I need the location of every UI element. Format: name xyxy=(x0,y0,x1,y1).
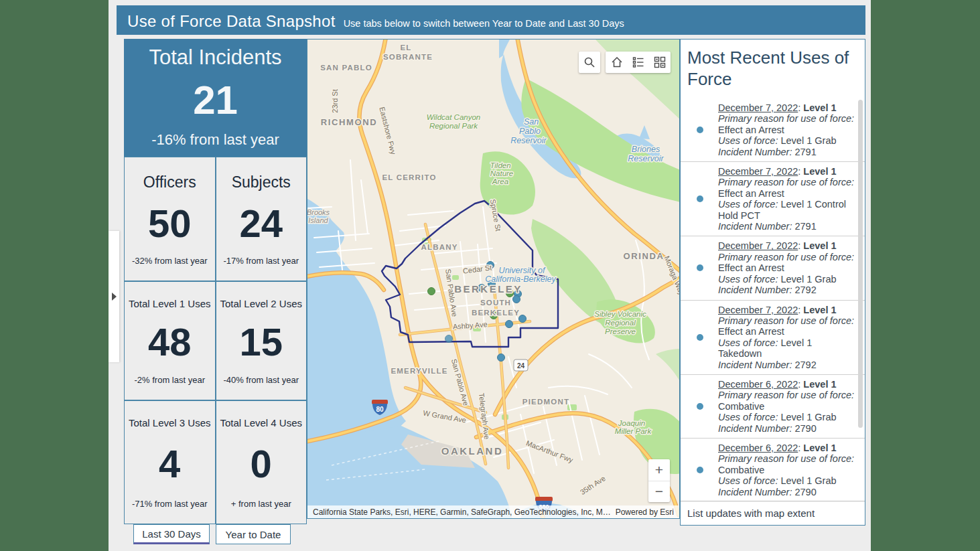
svg-text:Island: Island xyxy=(308,216,328,224)
svg-text:Area: Area xyxy=(492,177,508,185)
basemap-button[interactable] xyxy=(649,52,671,73)
list-scrollbar[interactable] xyxy=(858,100,863,428)
incident-dot-icon xyxy=(697,127,703,133)
stat-card-level1: Total Level 1 Uses 48 -2% from last year xyxy=(124,281,216,400)
svg-text:ALBANY: ALBANY xyxy=(421,243,458,251)
reason-label: Primary reason for use of force: xyxy=(718,113,855,124)
svg-text:San: San xyxy=(524,117,539,127)
incident-number-label: Incident Number: xyxy=(718,360,792,370)
incident-date-link[interactable]: December 7, 2022 xyxy=(718,305,798,315)
incident-number: 2792 xyxy=(794,285,816,295)
map-canvas[interactable]: 80 880 24 EL SOBRANTE SAN PABLO RICHMOND… xyxy=(307,40,680,519)
incident-date-link[interactable]: December 6, 2022 xyxy=(718,379,798,390)
incident-level: Level 1 xyxy=(803,166,836,177)
svg-text:24: 24 xyxy=(517,362,525,370)
reason-label: Primary reason for use of force: xyxy=(718,390,855,400)
map-search-button[interactable] xyxy=(579,52,600,73)
svg-text:SOUTH: SOUTH xyxy=(480,299,511,307)
map-panel[interactable]: 80 880 24 EL SOBRANTE SAN PABLO RICHMOND… xyxy=(307,39,680,519)
page-subtitle: Use tabs below to switch between Year to… xyxy=(344,18,624,29)
stat-value: 4 xyxy=(159,445,180,483)
svg-text:23rd St: 23rd St xyxy=(331,89,339,112)
incident-dot-icon xyxy=(697,195,703,202)
svg-text:Pablo: Pablo xyxy=(519,127,541,136)
stat-card-level4: Total Level 4 Uses 0 + from last year xyxy=(216,400,307,524)
svg-text:Reservoir: Reservoir xyxy=(510,136,547,145)
svg-text:EMERYVILLE: EMERYVILLE xyxy=(391,367,447,375)
reason-value: Effect an Arrest xyxy=(718,125,855,135)
panel-expand-handle[interactable] xyxy=(109,231,119,362)
svg-text:Wildcat Canyon: Wildcat Canyon xyxy=(427,113,480,121)
basemap-grid-icon xyxy=(654,56,666,68)
incident-dot xyxy=(506,321,513,328)
stat-delta: + from last year xyxy=(231,499,291,509)
incident-date-link[interactable]: December 7, 2022 xyxy=(718,102,798,113)
svg-text:PIEDMONT: PIEDMONT xyxy=(522,398,569,406)
svg-text:ORINDA: ORINDA xyxy=(624,251,664,261)
reason-label: Primary reason for use of force: xyxy=(718,252,855,262)
zoom-out-button[interactable]: − xyxy=(648,481,670,503)
recent-uses-panel: Most Recent Uses of Force December 7, 20… xyxy=(680,39,865,526)
powered-by-esri[interactable]: Powered by Esri xyxy=(616,507,674,517)
svg-text:Tilden: Tilden xyxy=(490,161,510,169)
reason-value: Combative xyxy=(718,401,855,412)
incident-level: Level 1 xyxy=(803,379,836,390)
incident-dot xyxy=(445,335,453,343)
home-extent-button[interactable] xyxy=(606,52,628,73)
tab-last-30-days[interactable]: Last 30 Days xyxy=(133,524,210,544)
reason-value: Combative xyxy=(718,465,855,475)
incident-level: Level 1 xyxy=(803,305,836,315)
list-item[interactable]: December 7, 2022: Level 1 Primary reason… xyxy=(681,301,865,375)
svg-text:Regional: Regional xyxy=(605,319,636,327)
colon: : xyxy=(798,305,800,315)
incident-date-link[interactable]: December 6, 2022 xyxy=(718,443,798,453)
stat-label: Subjects xyxy=(232,173,291,191)
uses-value: Level 1 Grab xyxy=(780,135,836,146)
incident-dot-icon xyxy=(697,467,703,473)
list-item[interactable]: December 6, 2022: Level 1 Primary reason… xyxy=(681,439,865,501)
stat-value: 0 xyxy=(251,445,272,483)
svg-text:EL CERRITO: EL CERRITO xyxy=(382,173,436,181)
recent-uses-title: Most Recent Uses of Force xyxy=(681,40,865,90)
zoom-control: + − xyxy=(648,459,670,502)
list-item[interactable]: December 7, 2022: Level 1 Primary reason… xyxy=(681,236,865,300)
list-item[interactable]: December 6, 2022: Level 1 Primary reason… xyxy=(681,375,865,439)
incident-dot xyxy=(498,354,505,362)
incident-details: December 7, 2022: Level 1 Primary reason… xyxy=(718,166,855,232)
reason-value: Effect an Arrest xyxy=(718,188,855,199)
incident-date-link[interactable]: December 7, 2022 xyxy=(718,240,798,251)
total-incidents-value: 21 xyxy=(193,80,238,121)
svg-text:80: 80 xyxy=(376,406,384,413)
incident-details: December 6, 2022: Level 1 Primary reason… xyxy=(718,379,855,434)
stat-delta: -17% from last year xyxy=(223,256,299,266)
home-icon xyxy=(611,56,623,68)
stat-label: Total Level 1 Uses xyxy=(129,298,211,309)
stat-value: 15 xyxy=(239,323,283,362)
svg-text:Briones: Briones xyxy=(632,145,660,154)
colon: : xyxy=(798,379,800,390)
svg-text:BERKELEY: BERKELEY xyxy=(472,309,520,317)
colon: : xyxy=(798,166,800,177)
svg-text:University of: University of xyxy=(499,266,546,275)
incident-level: Level 1 xyxy=(803,443,836,453)
list-item[interactable]: December 7, 2022: Level 1 Primary reason… xyxy=(681,98,865,162)
uses-value: Level 1 Grab xyxy=(780,475,836,486)
incident-date-link[interactable]: December 7, 2022 xyxy=(718,166,798,177)
stat-delta: -40% from last year xyxy=(223,375,299,385)
incident-dot-icon xyxy=(697,403,703,410)
uses-value: Level 1 Grab xyxy=(780,412,836,422)
stat-value: 48 xyxy=(148,323,192,362)
legend-button[interactable] xyxy=(628,52,649,73)
uses-label: Uses of force: xyxy=(718,475,778,486)
incident-dot xyxy=(513,296,520,303)
header-bar: Use of Force Data Snapshot Use tabs belo… xyxy=(117,5,865,35)
stat-value: 24 xyxy=(239,204,283,243)
stat-value: 50 xyxy=(148,204,192,243)
zoom-in-button[interactable]: + xyxy=(648,459,670,481)
uses-value: Level 1 Grab xyxy=(780,274,836,285)
recent-uses-list[interactable]: December 7, 2022: Level 1 Primary reason… xyxy=(681,98,865,501)
tab-year-to-date[interactable]: Year to Date xyxy=(216,524,291,544)
list-item[interactable]: December 7, 2022: Level 1 Primary reason… xyxy=(681,162,865,236)
stat-label: Total Level 3 Uses xyxy=(129,417,211,428)
map-toolbar xyxy=(579,52,671,73)
